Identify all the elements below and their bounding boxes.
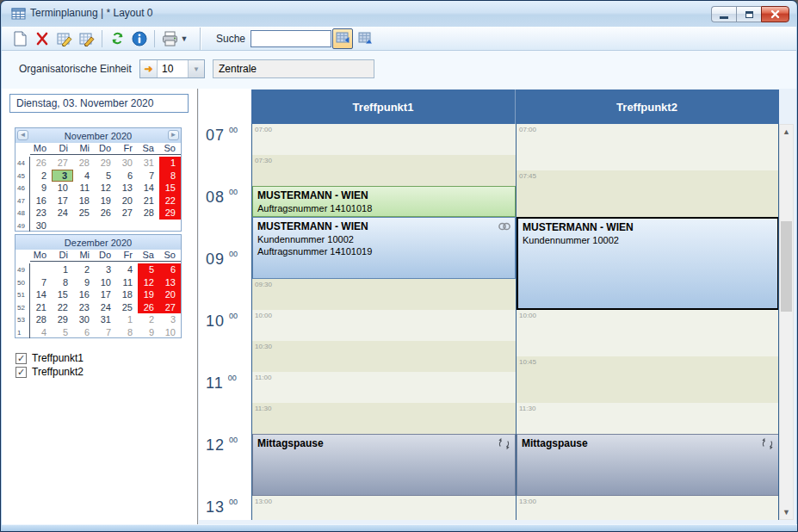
calendar-day[interactable]: 2 xyxy=(30,170,52,182)
calendar-day[interactable]: 5 xyxy=(95,170,116,182)
calendar-day[interactable]: 15 xyxy=(52,288,73,301)
time-slot[interactable]: 07:45 xyxy=(517,170,779,217)
calendar-day[interactable]: 5 xyxy=(138,263,159,276)
calendar-day-selected[interactable]: 3 xyxy=(52,170,73,182)
calendar-day[interactable]: 3 xyxy=(159,313,181,326)
org-unit-arrow-button[interactable]: ➜ xyxy=(140,60,158,77)
calendar-day[interactable]: 31 xyxy=(95,313,116,326)
calendar-day[interactable]: 20 xyxy=(116,195,138,207)
calendar-day[interactable]: 23 xyxy=(73,301,95,314)
scroll-down-arrow-icon[interactable]: ▼ xyxy=(780,505,793,519)
calendar-day[interactable]: 16 xyxy=(73,288,95,301)
time-slot[interactable]: 07:00 xyxy=(517,124,779,170)
calendar-day[interactable]: 3 xyxy=(95,263,116,276)
edit-appointment-button[interactable] xyxy=(54,28,75,49)
time-slot[interactable]: 09:30 xyxy=(252,279,516,310)
time-slot[interactable]: 10:00 xyxy=(517,310,779,356)
refresh-button[interactable] xyxy=(107,28,127,49)
calendar-day[interactable]: 28 xyxy=(73,157,95,170)
calendar-day[interactable]: 9 xyxy=(30,182,52,195)
calendar-day[interactable]: 6 xyxy=(116,170,138,182)
calendar-day[interactable]: 8 xyxy=(159,170,181,182)
calendar-day[interactable]: 29 xyxy=(95,157,116,170)
checkbox-row-treffpunkt2[interactable]: ✓ Treffpunkt2 xyxy=(15,365,84,379)
calendar-day[interactable]: 14 xyxy=(30,288,52,301)
calendar-day[interactable]: 21 xyxy=(138,195,159,207)
calendar-day[interactable]: 15 xyxy=(159,182,181,195)
delete-appointment-button[interactable] xyxy=(32,28,53,49)
search-input[interactable] xyxy=(251,30,331,47)
calendar-day[interactable]: 4 xyxy=(116,263,138,276)
calendar-day[interactable]: 26 xyxy=(138,301,159,314)
appointment[interactable]: Mittagspause xyxy=(517,434,779,496)
org-unit-dropdown-button[interactable]: ▼ xyxy=(188,60,204,77)
calendar-day[interactable]: 26 xyxy=(95,207,116,220)
calendar-day[interactable]: 7 xyxy=(30,276,52,289)
title-bar[interactable]: Terminplanung | * Layout 0 xyxy=(2,1,796,27)
appointment[interactable]: MUSTERMANN - WIENKundennummer 10002Auftr… xyxy=(252,217,516,279)
calendar-day[interactable]: 8 xyxy=(116,326,138,339)
calendar-day[interactable]: 1 xyxy=(116,313,138,326)
calendar-day[interactable]: 14 xyxy=(138,182,159,195)
calendar-day[interactable]: 9 xyxy=(138,326,159,339)
time-slot[interactable]: 07:30 xyxy=(252,155,516,186)
calendar-next-arrow-icon[interactable]: ► xyxy=(168,130,179,140)
edit-series-button[interactable] xyxy=(77,28,97,49)
calendar-day[interactable]: 4 xyxy=(30,326,52,339)
close-button[interactable] xyxy=(761,6,789,22)
calendar-day[interactable]: 28 xyxy=(30,313,52,326)
vertical-scrollbar[interactable]: ▲ ▼ xyxy=(779,124,794,520)
calendar-day[interactable]: 17 xyxy=(95,288,116,301)
calendar-day[interactable]: 13 xyxy=(116,182,138,195)
calendar-day[interactable]: 7 xyxy=(138,170,159,182)
appointment[interactable]: MUSTERMANN - WIENAuftragsnummer 14101018 xyxy=(252,186,516,217)
calendar-day[interactable]: 26 xyxy=(30,157,52,170)
calendar-day[interactable]: 24 xyxy=(95,301,116,314)
org-unit-value[interactable]: 10 xyxy=(158,63,188,75)
calendar-day[interactable]: 12 xyxy=(138,276,159,289)
calendar-day[interactable]: 10 xyxy=(95,276,116,289)
calendar-day[interactable]: 18 xyxy=(116,288,138,301)
time-slot[interactable]: 13:00 xyxy=(517,496,779,520)
search-next-button[interactable] xyxy=(355,28,375,49)
print-button[interactable]: ▼ xyxy=(159,28,190,49)
restore-button[interactable] xyxy=(736,6,761,22)
calendar-day[interactable]: 22 xyxy=(159,195,181,207)
appointment[interactable]: Mittagspause xyxy=(252,434,516,496)
calendar-day[interactable]: 31 xyxy=(138,157,159,170)
calendar-day[interactable]: 23 xyxy=(30,207,52,220)
calendar-day[interactable]: 13 xyxy=(159,276,181,289)
calendar-day[interactable]: 19 xyxy=(138,288,159,301)
time-slot[interactable]: 10:45 xyxy=(517,356,779,403)
calendar-day[interactable]: 25 xyxy=(73,207,95,220)
info-button[interactable] xyxy=(129,28,150,49)
calendar-day[interactable]: 27 xyxy=(52,157,73,170)
calendar-day[interactable]: 7 xyxy=(95,326,116,339)
calendar-day[interactable]: 30 xyxy=(30,220,52,232)
calendar-day[interactable]: 20 xyxy=(159,288,181,301)
time-slot[interactable]: 11:30 xyxy=(252,403,516,434)
calendar-day[interactable]: 5 xyxy=(52,326,73,339)
calendar-day[interactable]: 10 xyxy=(159,326,181,339)
calendar-day[interactable]: 25 xyxy=(116,301,138,314)
minimize-button[interactable] xyxy=(711,6,736,22)
calendar-day[interactable]: 29 xyxy=(159,207,181,220)
time-slot[interactable]: 10:30 xyxy=(252,341,516,372)
calendar-day[interactable]: 12 xyxy=(95,182,116,195)
time-slot[interactable]: 10:00 xyxy=(252,310,516,341)
scroll-up-arrow-icon[interactable]: ▲ xyxy=(780,125,793,139)
calendar-day[interactable]: 19 xyxy=(95,195,116,207)
checkbox-row-treffpunkt1[interactable]: ✓ Treffpunkt1 xyxy=(15,351,84,365)
calendar-day[interactable]: 30 xyxy=(116,157,138,170)
calendar-day[interactable]: 9 xyxy=(73,276,95,289)
calendar-day[interactable]: 27 xyxy=(159,301,181,314)
scrollbar-thumb[interactable] xyxy=(781,221,792,312)
calendar-day[interactable]: 24 xyxy=(52,207,73,220)
calendar-prev-arrow-icon[interactable]: ◄ xyxy=(17,130,28,140)
calendar-day[interactable]: 6 xyxy=(73,326,95,339)
calendar-day[interactable]: 11 xyxy=(73,182,95,195)
calendar-day[interactable]: 10 xyxy=(52,182,73,195)
calendar-day[interactable]: 6 xyxy=(159,263,181,276)
calendar-day[interactable]: 29 xyxy=(52,313,73,326)
calendar-day[interactable]: 4 xyxy=(73,170,95,182)
